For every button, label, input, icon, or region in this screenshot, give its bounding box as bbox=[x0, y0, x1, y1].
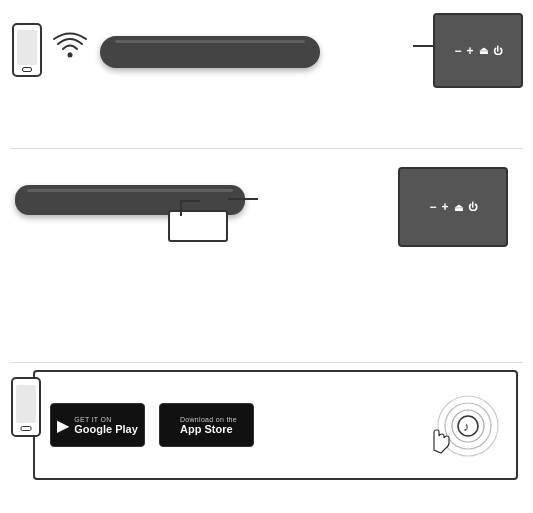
connector-line-2 bbox=[228, 198, 258, 200]
control-panel-2: − + ⏏ ⏻ bbox=[398, 167, 508, 247]
svg-text:♪: ♪ bbox=[463, 419, 470, 434]
minus-btn: − bbox=[454, 44, 461, 58]
power-btn: ⏻ bbox=[493, 46, 502, 56]
app-store-name: App Store bbox=[180, 423, 233, 435]
wifi-icon bbox=[52, 30, 88, 60]
power-btn-2: ⏻ bbox=[468, 202, 477, 212]
music-touch-icon: ♪ bbox=[426, 388, 501, 463]
control-panel-1: − + ⏏ ⏻ bbox=[433, 13, 523, 88]
input-btn-2: ⏏ bbox=[454, 202, 463, 213]
google-play-badge[interactable]: ▶ GET IT ON Google Play bbox=[50, 403, 145, 447]
svg-point-0 bbox=[68, 53, 73, 58]
section3-app-download: ▶ GET IT ON Google Play Download on the … bbox=[5, 365, 528, 505]
section2-soundbar-callout: − + ⏏ ⏻ bbox=[0, 155, 533, 295]
google-play-top-label: GET IT ON bbox=[74, 416, 111, 423]
divider-2 bbox=[10, 362, 523, 363]
input-btn: ⏏ bbox=[479, 45, 488, 56]
plus-btn-2: + bbox=[442, 200, 449, 214]
minus-btn-2: − bbox=[429, 200, 436, 214]
app-download-box: ▶ GET IT ON Google Play Download on the … bbox=[33, 370, 518, 480]
phone-icon-1 bbox=[12, 23, 42, 77]
connector-line-1 bbox=[413, 45, 433, 47]
phone-icon-3 bbox=[11, 377, 41, 437]
app-store-badge[interactable]: Download on the App Store bbox=[159, 403, 254, 447]
plus-btn: + bbox=[467, 44, 474, 58]
section1-wifi-connection: − + ⏏ ⏻ bbox=[0, 8, 533, 138]
soundbar-1 bbox=[100, 36, 320, 68]
divider-1 bbox=[10, 148, 523, 149]
google-play-icon: ▶ bbox=[57, 416, 69, 435]
google-play-name: Google Play bbox=[74, 423, 138, 435]
app-store-top-label: Download on the bbox=[180, 416, 237, 423]
callout-highlight bbox=[168, 210, 228, 242]
